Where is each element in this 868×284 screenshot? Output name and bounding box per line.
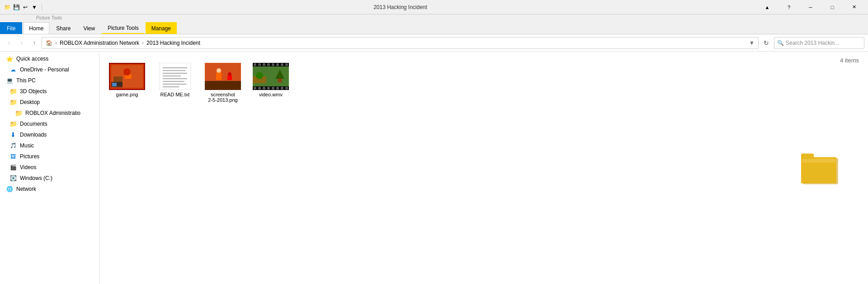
- maximize-btn[interactable]: □: [822, 0, 843, 14]
- quick-access-toolbar-save[interactable]: 💾: [13, 4, 20, 11]
- file-item-game-png[interactable]: game.png: [107, 61, 147, 105]
- sidebar-item-3d-objects[interactable]: 📁 3D Objects: [0, 86, 99, 97]
- sidebar-item-pictures[interactable]: 🖼 Pictures: [0, 151, 99, 162]
- game-png-preview: [109, 63, 145, 90]
- svg-point-5: [123, 68, 131, 76]
- svg-rect-33: [272, 63, 274, 66]
- address-dropdown-btn[interactable]: ▼: [749, 40, 755, 46]
- sidebar-label-pictures: Pictures: [20, 153, 39, 160]
- sidebar-item-desktop[interactable]: 📁 Desktop: [0, 97, 99, 108]
- tab-manage[interactable]: Manage: [146, 22, 177, 34]
- up-btn[interactable]: ↑: [29, 38, 40, 48]
- sidebar-item-downloads[interactable]: ⬇ Downloads: [0, 129, 99, 140]
- readme-txt-preview: [159, 63, 191, 90]
- svg-rect-24: [227, 76, 232, 80]
- svg-rect-47: [278, 79, 282, 82]
- sidebar-item-windows-c[interactable]: 💽 Windows (C:): [0, 173, 99, 184]
- screenshot-png-preview: [205, 63, 241, 90]
- quick-access-toolbar-more[interactable]: ▼: [31, 4, 38, 11]
- refresh-btn[interactable]: ↻: [760, 37, 772, 49]
- expand-ribbon-btn[interactable]: ▲: [757, 0, 778, 14]
- svg-rect-42: [276, 87, 279, 90]
- search-bar[interactable]: 🔍 Search 2013 Hackin...: [774, 37, 864, 49]
- help-btn[interactable]: ?: [778, 0, 799, 14]
- close-btn[interactable]: ✕: [844, 0, 864, 14]
- svg-rect-40: [267, 87, 270, 90]
- svg-rect-39: [263, 87, 265, 90]
- items-count: 4 items: [840, 57, 859, 64]
- file-thumbnail-game-png: [109, 63, 145, 90]
- back-btn[interactable]: ‹: [4, 38, 14, 48]
- svg-rect-36: [285, 63, 288, 66]
- svg-rect-38: [258, 87, 261, 90]
- sidebar-item-videos[interactable]: 🎬 Videos: [0, 162, 99, 173]
- minimize-btn[interactable]: ─: [800, 0, 821, 14]
- file-item-video-wmv[interactable]: video.wmv: [250, 61, 291, 105]
- svg-rect-41: [272, 87, 274, 90]
- file-thumbnail-video-wmv: [253, 63, 289, 90]
- breadcrumb-incident[interactable]: 2013 Hacking Incident: [146, 40, 200, 46]
- file-thumbnail-screenshot-png: [205, 63, 241, 90]
- svg-rect-32: [267, 63, 270, 66]
- tab-file[interactable]: File: [0, 22, 22, 34]
- onedrive-icon: ☁: [9, 66, 17, 74]
- address-bar[interactable]: 🏠 › ROBLOX Administration Network › 2013…: [42, 37, 759, 49]
- tab-home[interactable]: Home: [23, 22, 49, 34]
- computer-icon: 💻: [5, 76, 14, 85]
- sidebar-label-windows-c: Windows (C:): [20, 175, 52, 181]
- file-label-readme-txt: READ ME.txt: [160, 92, 190, 97]
- file-item-readme-txt[interactable]: READ ME.txt: [155, 61, 195, 105]
- svg-rect-34: [276, 63, 279, 66]
- tab-picture-tools[interactable]: Picture Tools: [102, 22, 144, 34]
- sidebar-label-quick-access: Quick access: [16, 56, 48, 62]
- svg-rect-31: [263, 63, 265, 66]
- sidebar-label-onedrive: OneDrive - Personal: [20, 66, 69, 73]
- svg-point-23: [217, 68, 221, 73]
- svg-rect-44: [285, 87, 288, 90]
- file-label-screenshot-png: screenshot 2-5-2013.png: [208, 92, 237, 103]
- title-bar: 📁 💾 ↩ ▼ 2013 Hacking Incident ▲ ? ─ □ ✕: [0, 0, 868, 14]
- quick-access-toolbar-undo[interactable]: ↩: [22, 4, 29, 11]
- content-area: 4 items: [99, 52, 868, 284]
- window-title: 2013 Hacking Incident: [44, 4, 757, 10]
- search-icon: 🔍: [777, 40, 784, 46]
- folder-roblox-icon: 📁: [14, 109, 23, 117]
- star-icon: ⭐: [5, 55, 14, 63]
- svg-rect-12: [163, 73, 187, 74]
- svg-rect-20: [205, 81, 241, 90]
- sidebar-label-roblox: ROBLOX Administratio: [25, 110, 80, 116]
- file-label-video-wmv: video.wmv: [259, 92, 283, 97]
- sidebar-item-onedrive[interactable]: ☁ OneDrive - Personal: [0, 64, 99, 75]
- svg-rect-37: [254, 87, 256, 90]
- sidebar-item-this-pc[interactable]: 💻 This PC: [0, 75, 99, 86]
- svg-rect-35: [281, 63, 283, 66]
- svg-rect-53: [802, 159, 835, 163]
- downloads-icon: ⬇: [9, 131, 17, 139]
- svg-rect-11: [163, 70, 185, 71]
- tab-view[interactable]: View: [77, 22, 101, 34]
- svg-rect-13: [163, 76, 181, 76]
- network-icon: 🌐: [5, 185, 14, 193]
- file-label-game-png: game.png: [116, 92, 138, 97]
- svg-rect-14: [163, 78, 187, 79]
- breadcrumb-roblox[interactable]: ROBLOX Administration Network: [60, 40, 139, 46]
- file-item-screenshot-png[interactable]: screenshot 2-5-2013.png: [203, 61, 243, 105]
- tab-share[interactable]: Share: [50, 22, 76, 34]
- sidebar-item-music[interactable]: 🎵 Music: [0, 140, 99, 151]
- sidebar-item-documents[interactable]: 📁 Documents: [0, 118, 99, 129]
- svg-rect-30: [258, 63, 261, 66]
- large-folder-icon: [800, 150, 841, 188]
- drive-icon: 💽: [9, 174, 17, 182]
- folder-documents-icon: 📁: [9, 120, 17, 128]
- sidebar-label-3d-objects: 3D Objects: [20, 88, 47, 95]
- sidebar-item-roblox-admin[interactable]: 📁 ROBLOX Administratio: [0, 108, 99, 118]
- sidebar-item-quick-access[interactable]: ⭐ Quick access: [0, 53, 99, 64]
- svg-rect-15: [163, 81, 184, 82]
- file-thumbnail-readme-txt: [157, 63, 193, 90]
- sidebar-item-network[interactable]: 🌐 Network: [0, 184, 99, 194]
- forward-btn[interactable]: ›: [16, 38, 27, 48]
- video-wmv-preview: [253, 63, 289, 90]
- svg-rect-22: [216, 72, 222, 80]
- music-icon: 🎵: [9, 142, 17, 150]
- sidebar-label-music: Music: [20, 142, 34, 149]
